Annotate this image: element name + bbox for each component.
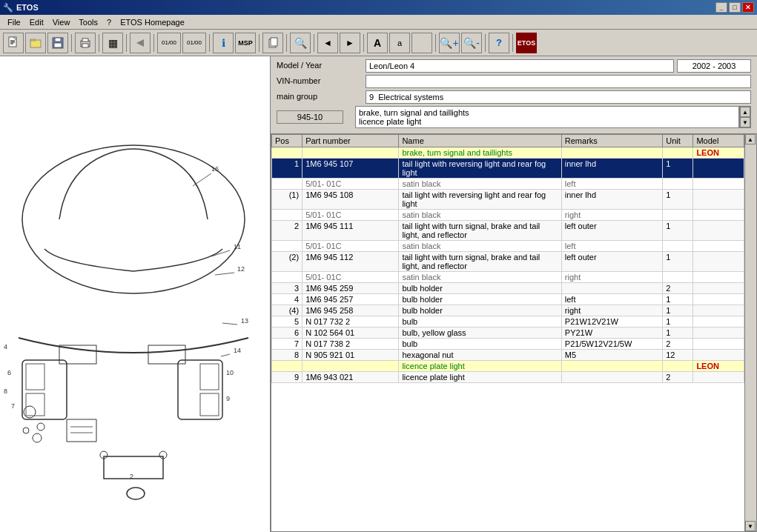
cell-pos xyxy=(272,147,303,159)
etos-button[interactable]: ETOS xyxy=(516,33,537,53)
cell-unit: 2 xyxy=(663,372,693,383)
zoom-in-button[interactable]: 🔍+ xyxy=(439,33,460,53)
table-row[interactable]: 3 1M6 945 259 bulb holder 2 xyxy=(272,283,744,294)
cell-part-number: 5/01- 01C xyxy=(303,210,399,221)
svg-rect-11 xyxy=(82,44,88,47)
font-large-button[interactable]: A xyxy=(367,33,388,53)
svg-rect-21 xyxy=(200,393,219,416)
back-nav-button[interactable] xyxy=(130,33,151,53)
cell-pos: (1) xyxy=(272,190,303,210)
cell-remarks: PY21W xyxy=(561,327,662,339)
cell-unit: 1 xyxy=(663,190,693,210)
prev-button[interactable]: ◄ xyxy=(317,33,338,53)
menu-file[interactable]: File xyxy=(3,16,25,28)
cell-pos xyxy=(272,210,303,221)
table-row[interactable]: brake, turn signal and taillights LEON xyxy=(272,147,744,159)
table-row[interactable]: 1 1M6 945 107 tail light with reversing … xyxy=(272,159,744,179)
close-button[interactable]: ✕ xyxy=(742,2,754,13)
table-row[interactable]: 8 N 905 921 01 hexagonal nut M5 12 xyxy=(272,350,744,361)
table-row[interactable]: (2) 1M6 945 112 tail light with turn sig… xyxy=(272,252,744,272)
table-row[interactable]: licence plate light LEON xyxy=(272,361,744,372)
svg-rect-8 xyxy=(54,43,62,47)
scroll-down-arrow[interactable]: ▼ xyxy=(740,117,750,127)
table-row[interactable]: 6 N 102 564 01 bulb, yellow glass PY21W … xyxy=(272,327,744,339)
cell-model xyxy=(693,327,744,339)
cell-remarks: right xyxy=(561,210,662,221)
msp-button[interactable]: MSP xyxy=(235,33,256,53)
table-row[interactable]: 9 1M6 943 021 licence plate light 2 xyxy=(272,372,744,383)
cell-pos: (4) xyxy=(272,305,303,316)
table-row[interactable]: (1) 1M6 945 108 tail light with reversin… xyxy=(272,190,744,210)
copy-button[interactable] xyxy=(262,33,283,53)
svg-text:9: 9 xyxy=(226,395,230,402)
cell-pos xyxy=(272,241,303,252)
cell-part-number: 1M6 945 259 xyxy=(303,283,399,294)
cell-part-number: N 905 921 01 xyxy=(303,350,399,361)
font-small-button[interactable]: a xyxy=(389,33,410,53)
table-row[interactable]: 5/01- 01C satin black right xyxy=(272,210,744,221)
cell-pos xyxy=(272,361,303,372)
table-row[interactable]: 2 1M6 945 111 tail light with turn signa… xyxy=(272,221,744,241)
svg-text:8: 8 xyxy=(4,388,7,395)
cell-pos: 6 xyxy=(272,327,303,339)
table-row[interactable]: (4) 1M6 945 258 bulb holder right 1 xyxy=(272,305,744,316)
maximize-button[interactable]: □ xyxy=(729,2,741,13)
table-row[interactable]: 5/01- 01C satin black right xyxy=(272,272,744,283)
font-size-button[interactable] xyxy=(411,33,432,53)
search-button[interactable]: 🔍 xyxy=(290,33,311,53)
title-bar: 🔧 ETOS _ □ ✕ xyxy=(0,0,757,15)
save-button[interactable] xyxy=(47,33,68,53)
table-scroll-up[interactable]: ▲ xyxy=(745,134,756,144)
next-button[interactable]: ► xyxy=(340,33,360,53)
cell-model xyxy=(693,241,744,252)
cell-name: bulb xyxy=(399,339,561,350)
main-group-value: 9 Electrical systems xyxy=(366,90,751,104)
svg-text:2: 2 xyxy=(130,473,133,480)
grid-button[interactable]: ▦ xyxy=(102,33,123,53)
date2-button[interactable]: 01/00 xyxy=(182,33,206,53)
date1-button[interactable]: 01/00 xyxy=(157,33,181,53)
table-scroll-down[interactable]: ▼ xyxy=(745,521,756,531)
menu-view[interactable]: View xyxy=(48,16,75,28)
cell-name: licence plate light xyxy=(399,372,561,383)
open-button[interactable] xyxy=(25,33,46,53)
cell-model xyxy=(693,190,744,210)
new-button[interactable] xyxy=(3,33,24,53)
menu-help[interactable]: ? xyxy=(102,16,116,28)
cell-remarks: left outer xyxy=(561,221,662,241)
menu-edit[interactable]: Edit xyxy=(25,16,48,28)
svg-point-44 xyxy=(24,406,36,418)
col-unit: Unit xyxy=(663,135,693,147)
cell-unit xyxy=(663,361,693,372)
cell-unit: 1 xyxy=(663,327,693,339)
col-part-number: Part number xyxy=(303,135,399,147)
scroll-up-arrow[interactable]: ▲ xyxy=(740,107,750,117)
print-button[interactable] xyxy=(75,33,96,53)
cell-model xyxy=(693,283,744,294)
cell-part-number xyxy=(303,147,399,159)
minimize-button[interactable]: _ xyxy=(715,2,727,13)
cell-pos: 8 xyxy=(272,350,303,361)
zoom-out-button[interactable]: 🔍- xyxy=(461,33,482,53)
menu-etos-homepage[interactable]: ETOS Homepage xyxy=(116,16,189,28)
svg-rect-17 xyxy=(26,364,44,390)
cell-name: tail light with reversing light and rear… xyxy=(399,159,561,179)
cell-pos xyxy=(272,179,303,190)
table-row[interactable]: 5/01- 01C satin black left xyxy=(272,241,744,252)
menu-tools[interactable]: Tools xyxy=(74,16,102,28)
table-scroll-area[interactable]: Pos Part number Name Remarks Unit Model … xyxy=(271,134,744,531)
table-row[interactable]: 5 N 017 732 2 bulb P21W12V21W 1 xyxy=(272,316,744,327)
svg-text:7: 7 xyxy=(11,402,15,410)
help-button[interactable]: ? xyxy=(489,33,509,53)
parts-table-container: Pos Part number Name Remarks Unit Model … xyxy=(271,133,757,532)
cell-model xyxy=(693,316,744,327)
table-row[interactable]: 4 1M6 945 257 bulb holder left 1 xyxy=(272,294,744,305)
table-row[interactable]: 7 N 017 738 2 bulb P21/5W12V21/5W 2 xyxy=(272,339,744,350)
table-row[interactable]: 5/01- 01C satin black left xyxy=(272,179,744,190)
cell-unit: 1 xyxy=(663,221,693,241)
toolbar-separator-6 xyxy=(259,34,260,52)
cell-name: satin black xyxy=(399,210,561,221)
cell-part-number: 5/01- 01C xyxy=(303,241,399,252)
svg-text:13: 13 xyxy=(241,317,248,325)
info-button[interactable]: ℹ xyxy=(213,33,234,53)
